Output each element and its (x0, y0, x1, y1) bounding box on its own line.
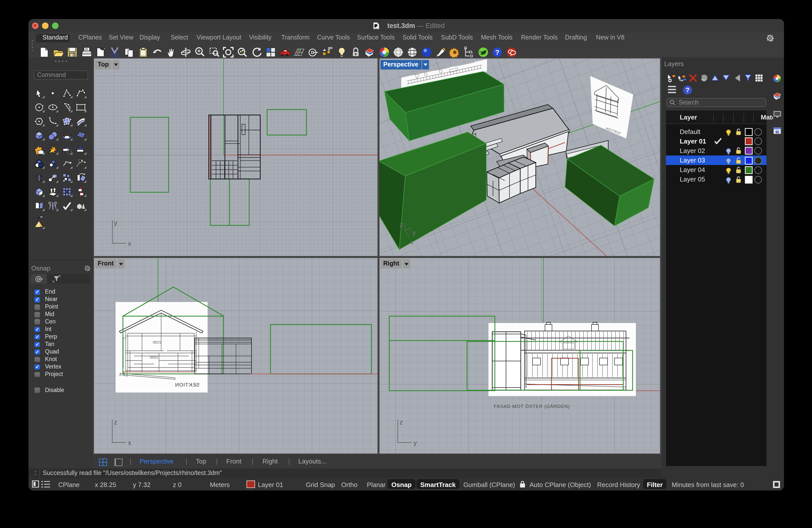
svg-text:x: x (128, 240, 131, 247)
svg-text:2200: 2200 (149, 355, 158, 359)
svg-text:?: ? (685, 86, 689, 94)
svg-text:?: ? (776, 130, 778, 134)
svg-text:?: ? (495, 48, 499, 56)
svg-text:z: z (114, 418, 117, 426)
svg-text:x: x (410, 238, 414, 246)
svg-text:y: y (114, 219, 117, 226)
svg-text:FASAD MOT ÖSTER (GÅRDEN): FASAD MOT ÖSTER (GÅRDEN) (494, 404, 569, 409)
svg-text:3dm: 3dm (375, 28, 377, 29)
svg-text:z: z (399, 418, 403, 426)
svg-text:T: T (36, 173, 42, 183)
svg-text:SEKTION: SEKTION (174, 381, 199, 387)
svg-text:x: x (128, 439, 131, 446)
svg-text:y: y (413, 439, 417, 446)
svg-text:z: z (399, 221, 403, 229)
svg-text:y: y (412, 229, 416, 236)
svg-text:2150: 2150 (153, 340, 161, 344)
